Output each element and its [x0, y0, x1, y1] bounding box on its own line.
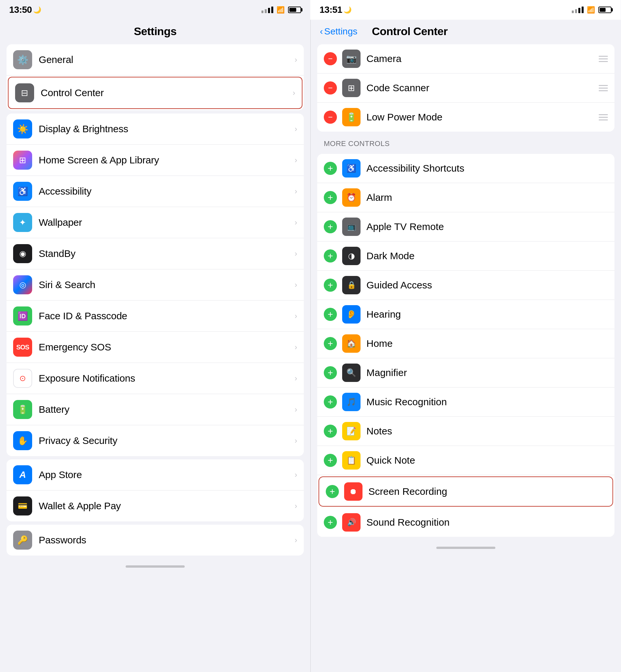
sos-text: SOS — [16, 344, 29, 351]
wallpaper-label: Wallpaper — [39, 217, 295, 228]
remove-camera-btn[interactable]: − — [324, 52, 337, 65]
control-item-apple-tv-remote[interactable]: + 📺 Apple TV Remote — [317, 212, 614, 241]
quick-note-control-icon: 📋 — [342, 451, 361, 470]
accessibility-shortcuts-label: Accessibility Shortcuts — [366, 163, 608, 174]
settings-item-faceid[interactable]: 🆔 Face ID & Passcode › — [7, 301, 304, 332]
add-magnifier-btn[interactable]: + — [324, 366, 337, 379]
control-item-music-recognition[interactable]: + 🎵 Music Recognition — [317, 388, 614, 417]
alarm-control-icon: ⏰ — [342, 188, 361, 207]
settings-item-siri[interactable]: ◎ Siri & Search › — [7, 269, 304, 301]
emergency-label: Emergency SOS — [39, 342, 295, 353]
emergency-chevron: › — [295, 343, 297, 352]
settings-item-passwords[interactable]: 🔑 Passwords › — [7, 525, 304, 555]
settings-item-control-center[interactable]: ⊟ Control Center › — [8, 77, 302, 109]
wallpaper-chevron: › — [295, 218, 297, 227]
general-label: General — [39, 54, 295, 65]
accessibility-chevron: › — [295, 187, 297, 196]
control-item-camera[interactable]: − 📷 Camera — [317, 44, 614, 74]
passwords-label: Passwords — [39, 535, 295, 546]
settings-item-privacy[interactable]: ✋ Privacy & Security › — [7, 425, 304, 456]
low-power-drag-handle[interactable] — [599, 114, 608, 120]
camera-control-icon: 📷 — [342, 49, 361, 68]
settings-item-exposure[interactable]: ⊙ Exposure Notifications › — [7, 363, 304, 394]
settings-item-battery[interactable]: 🔋 Battery › — [7, 394, 304, 425]
control-item-sound-recognition[interactable]: + 🔊 Sound Recognition — [317, 508, 614, 537]
add-home-btn[interactable]: + — [324, 337, 337, 350]
remove-low-power-btn[interactable]: − — [324, 111, 337, 124]
settings-item-wallet[interactable]: 💳 Wallet & Apple Pay › — [7, 490, 304, 521]
notes-label: Notes — [366, 426, 608, 437]
back-label: Settings — [324, 26, 357, 37]
add-hearing-btn[interactable]: + — [324, 308, 337, 321]
settings-item-appstore[interactable]: A App Store › — [7, 460, 304, 490]
left-battery-icon — [288, 7, 301, 13]
exposure-label: Exposure Notifications — [39, 373, 295, 384]
magnifier-label: Magnifier — [366, 367, 608, 378]
settings-item-accessibility[interactable]: ♿ Accessibility › — [7, 176, 304, 207]
passwords-chevron: › — [295, 536, 297, 545]
control-item-quick-note[interactable]: + 📋 Quick Note — [317, 446, 614, 475]
add-accessibility-shortcuts-btn[interactable]: + — [324, 162, 337, 175]
music-recognition-label: Music Recognition — [366, 396, 608, 407]
notes-control-icon: 📝 — [342, 422, 361, 440]
remove-code-scanner-btn[interactable]: − — [324, 81, 337, 94]
included-controls-section: − 📷 Camera − ⊞ Code Scanner — [317, 44, 614, 131]
left-status-icons: 📶 — [261, 6, 301, 14]
home-screen-chevron: › — [295, 156, 297, 165]
left-moon-icon: 🌙 — [33, 6, 41, 14]
wallet-chevron: › — [295, 501, 297, 511]
right-status-icons: 📶 — [572, 6, 612, 14]
apple-tv-remote-label: Apple TV Remote — [366, 221, 608, 232]
screen-recording-label: Screen Recording — [368, 486, 606, 497]
control-item-low-power[interactable]: − 🔋 Low Power Mode — [317, 103, 614, 131]
wallet-icon: 💳 — [13, 497, 32, 515]
wallpaper-icon: ✦ — [13, 213, 32, 232]
more-controls-label: MORE CONTROLS — [310, 135, 621, 151]
faceid-chevron: › — [295, 311, 297, 321]
settings-item-home-screen[interactable]: ⊞ Home Screen & App Library › — [7, 145, 304, 176]
control-item-screen-recording[interactable]: + ⏺ Screen Recording — [319, 476, 613, 507]
add-apple-tv-remote-btn[interactable]: + — [324, 220, 337, 233]
add-alarm-btn[interactable]: + — [324, 191, 337, 204]
home-control-icon: 🏠 — [342, 334, 361, 353]
home-indicator-right — [436, 547, 495, 549]
accessibility-shortcuts-control-icon: ♿ — [342, 159, 361, 177]
control-item-dark-mode[interactable]: + ◑ Dark Mode — [317, 241, 614, 271]
control-item-guided-access[interactable]: + 🔒 Guided Access — [317, 271, 614, 300]
general-icon: ⚙️ — [13, 50, 32, 69]
control-item-hearing[interactable]: + 👂 Hearing — [317, 300, 614, 329]
add-music-recognition-btn[interactable]: + — [324, 395, 337, 408]
control-item-notes[interactable]: + 📝 Notes — [317, 417, 614, 446]
control-center-label: Control Center — [41, 87, 293, 98]
camera-drag-handle[interactable] — [599, 56, 608, 62]
control-item-accessibility-shortcuts[interactable]: + ♿ Accessibility Shortcuts — [317, 154, 614, 183]
alarm-label: Alarm — [366, 192, 608, 203]
code-scanner-drag-handle[interactable] — [599, 85, 608, 91]
appstore-chevron: › — [295, 470, 297, 479]
control-center-icon: ⊟ — [15, 83, 34, 103]
settings-item-standby[interactable]: ◉ StandBy › — [7, 238, 304, 269]
add-dark-mode-btn[interactable]: + — [324, 249, 337, 263]
add-sound-recognition-btn[interactable]: + — [324, 516, 337, 529]
settings-item-display[interactable]: ☀️ Display & Brightness › — [7, 114, 304, 145]
left-time: 13:50 — [9, 5, 32, 15]
quick-note-label: Quick Note — [366, 455, 608, 466]
hearing-control-icon: 👂 — [342, 305, 361, 323]
settings-item-general[interactable]: ⚙️ General › — [7, 44, 304, 75]
control-item-magnifier[interactable]: + 🔍 Magnifier — [317, 358, 614, 388]
standby-label: StandBy — [39, 248, 295, 259]
home-indicator-left — [126, 565, 185, 568]
general-chevron: › — [295, 55, 297, 64]
right-panel: ‹ Settings Control Center − 📷 Camera − ⊞ — [310, 0, 621, 672]
control-item-alarm[interactable]: + ⏰ Alarm — [317, 183, 614, 212]
settings-item-emergency[interactable]: SOS Emergency SOS › — [7, 332, 304, 363]
add-guided-access-btn[interactable]: + — [324, 279, 337, 292]
back-button[interactable]: ‹ Settings — [320, 26, 358, 37]
display-chevron: › — [295, 124, 297, 133]
control-item-code-scanner[interactable]: − ⊞ Code Scanner — [317, 74, 614, 103]
add-notes-btn[interactable]: + — [324, 425, 337, 438]
add-screen-recording-btn[interactable]: + — [326, 485, 339, 498]
settings-item-wallpaper[interactable]: ✦ Wallpaper › — [7, 207, 304, 238]
control-item-home[interactable]: + 🏠 Home — [317, 329, 614, 358]
add-quick-note-btn[interactable]: + — [324, 454, 337, 467]
